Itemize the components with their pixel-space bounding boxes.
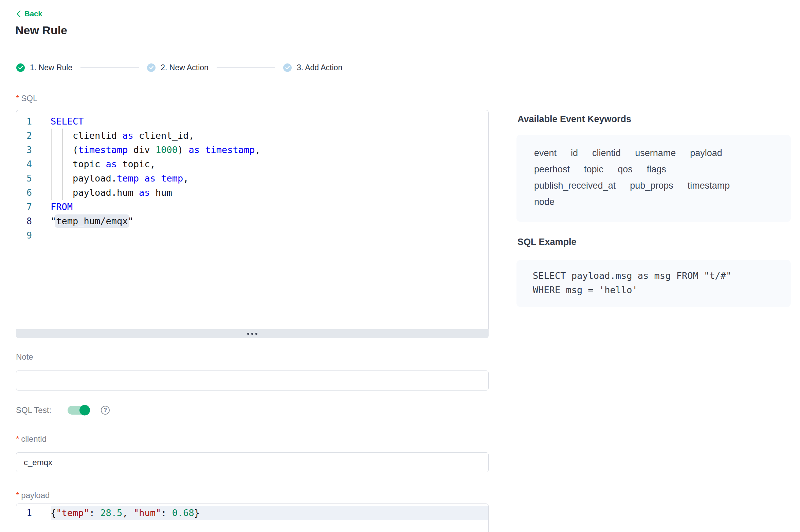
code-text: FROM — [51, 200, 73, 214]
code-text: (timestamp div 1000) as timestamp, — [51, 143, 260, 157]
back-link[interactable]: Back — [16, 10, 42, 18]
code-text: clientid as client_id, — [51, 129, 194, 143]
event-keyword: publish_received_at — [534, 177, 616, 194]
sql-example-title: SQL Example — [517, 237, 577, 247]
sql-test-row: SQL Test: ? — [16, 404, 110, 416]
event-keyword: flags — [647, 161, 666, 177]
sql-code-area[interactable]: 1SELECT2 clientid as client_id,3 (timest… — [16, 110, 489, 329]
sql-example-line: SELECT payload.msg as msg FROM "t/#" — [533, 269, 777, 283]
line-number: 4 — [16, 157, 32, 171]
line-number: 9 — [16, 228, 32, 243]
step-check-icon — [147, 63, 156, 72]
code-text: topic as topic, — [51, 157, 156, 171]
steps-bar: 1. New Rule2. New Action3. Add Action — [16, 62, 342, 73]
line-number: 7 — [16, 200, 32, 214]
sql-test-toggle[interactable] — [68, 406, 89, 415]
step-connector — [80, 67, 139, 68]
code-line: 6 payload.hum as hum — [16, 186, 488, 200]
event-keyword: peerhost — [534, 161, 570, 177]
keyword-row: publish_received_atpub_propstimestamp — [534, 177, 777, 194]
clientid-input[interactable]: c_emqx — [16, 452, 489, 472]
help-icon[interactable]: ? — [101, 406, 110, 415]
drag-dots-icon — [251, 333, 253, 335]
line-number: 8 — [16, 214, 32, 228]
line-number: 1 — [16, 506, 32, 520]
back-label: Back — [24, 10, 42, 18]
page-title: New Rule — [15, 24, 67, 37]
code-line: 1SELECT — [16, 114, 488, 129]
event-keyword: timestamp — [688, 177, 730, 194]
line-number: 1 — [16, 114, 32, 129]
step-label: 2. New Action — [161, 63, 208, 72]
drag-dots-icon — [247, 333, 249, 335]
line-number: 3 — [16, 143, 32, 157]
event-keyword: event — [534, 145, 557, 161]
step-item[interactable]: 2. New Action — [147, 63, 208, 72]
event-keyword: payload — [690, 145, 722, 161]
toggle-knob-icon — [79, 405, 90, 416]
step-item[interactable]: 3. Add Action — [283, 63, 342, 72]
event-keyword: node — [534, 194, 554, 210]
clientid-field-label: *clientid — [16, 434, 47, 444]
step-check-icon — [283, 63, 292, 72]
new-rule-page: Back New Rule 1. New Rule2. New Action3.… — [0, 0, 800, 532]
event-keyword: clientid — [592, 145, 621, 161]
note-field-label: Note — [16, 352, 33, 362]
chevron-left-icon — [16, 10, 21, 18]
code-line: 4 topic as topic, — [16, 157, 488, 171]
editor-resize-handle[interactable] — [16, 329, 489, 338]
event-keyword: topic — [584, 161, 603, 177]
code-line: 8"temp_hum/emqx" — [16, 214, 488, 228]
line-number: 2 — [16, 129, 32, 143]
code-text: payload.temp as temp, — [51, 171, 188, 186]
event-keyword: id — [571, 145, 578, 161]
sql-example-panel: SELECT payload.msg as msg FROM "t/#"WHER… — [516, 260, 791, 307]
line-number: 6 — [16, 186, 32, 200]
line-number: 5 — [16, 171, 32, 186]
step-label: 3. Add Action — [297, 63, 342, 72]
code-line: 2 clientid as client_id, — [16, 129, 488, 143]
step-connector — [217, 67, 275, 68]
code-line: 9 — [16, 228, 488, 243]
event-keyword: username — [635, 145, 676, 161]
required-mark: * — [16, 491, 19, 500]
keyword-row: node — [534, 194, 777, 210]
note-input[interactable] — [16, 370, 489, 391]
payload-field-label: *payload — [16, 491, 50, 500]
code-text: "temp_hum/emqx" — [51, 214, 133, 228]
drag-dots-icon — [255, 333, 257, 335]
keyword-row: peerhosttopicqosflags — [534, 161, 777, 177]
code-line: 1{"temp": 28.5, "hum": 0.68} — [16, 506, 488, 520]
required-mark: * — [16, 94, 19, 103]
code-line: 5 payload.temp as temp, — [16, 171, 488, 186]
keywords-panel: eventidclientidusernamepayloadpeerhostto… — [516, 135, 791, 222]
sql-example-line: WHERE msg = 'hello' — [533, 283, 777, 297]
code-text: payload.hum as hum — [51, 186, 172, 200]
sql-field-label: *SQL — [16, 94, 37, 103]
sql-test-label: SQL Test: — [16, 405, 51, 415]
keywords-panel-title: Available Event Keywords — [517, 114, 631, 125]
code-text: {"temp": 28.5, "hum": 0.68} — [51, 506, 200, 520]
payload-code-area[interactable]: 1{"temp": 28.5, "hum": 0.68} — [16, 504, 489, 532]
step-check-icon — [16, 63, 25, 72]
code-line: 3 (timestamp div 1000) as timestamp, — [16, 143, 488, 157]
payload-editor[interactable]: 1{"temp": 28.5, "hum": 0.68} — [16, 504, 489, 532]
sql-editor[interactable]: 1SELECT2 clientid as client_id,3 (timest… — [16, 110, 489, 338]
step-label: 1. New Rule — [30, 63, 72, 72]
code-text: SELECT — [51, 114, 84, 129]
event-keyword: qos — [618, 161, 633, 177]
required-mark: * — [16, 434, 19, 443]
step-item[interactable]: 1. New Rule — [16, 63, 72, 72]
event-keyword: pub_props — [630, 177, 673, 194]
keyword-row: eventidclientidusernamepayload — [534, 145, 777, 161]
code-line: 7FROM — [16, 200, 488, 214]
